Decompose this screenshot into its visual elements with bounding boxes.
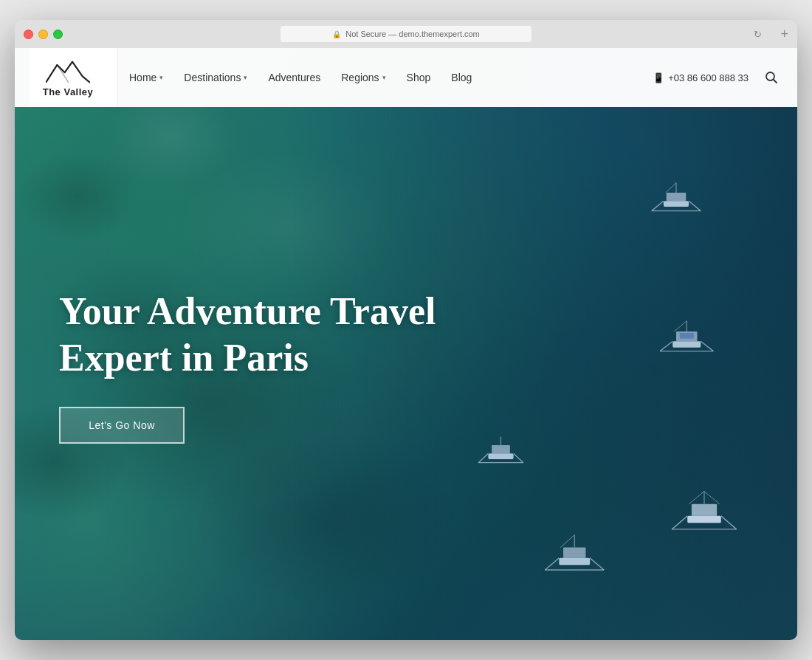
home-chevron-icon: ▾ bbox=[159, 74, 163, 81]
navbar: The Valley Home ▾ Destinations ▾ Adventu… bbox=[15, 48, 797, 107]
url-text: Not Secure — demo.themexpert.com bbox=[345, 30, 480, 38]
new-tab-button[interactable]: + bbox=[780, 27, 788, 41]
search-button[interactable] bbox=[760, 66, 782, 89]
nav-regions-label: Regions bbox=[341, 72, 379, 83]
nav-destinations-label: Destinations bbox=[184, 72, 241, 83]
nav-adventures[interactable]: Adventures bbox=[268, 72, 320, 83]
regions-chevron-icon: ▾ bbox=[382, 74, 386, 81]
phone-icon: 📱 bbox=[653, 72, 664, 83]
close-window-button[interactable] bbox=[24, 30, 33, 39]
nav-shop-label: Shop bbox=[407, 72, 431, 83]
maximize-window-button[interactable] bbox=[53, 30, 63, 39]
nav-adventures-label: Adventures bbox=[268, 72, 320, 83]
hero-title-line1: Your Adventure Travel bbox=[59, 290, 436, 332]
phone-text: +03 86 600 888 33 bbox=[668, 72, 749, 83]
hero-title-line2: Expert in Paris bbox=[59, 337, 309, 379]
hero-section: Your Adventure Travel Expert in Paris Le… bbox=[15, 107, 797, 640]
logo-text: The Valley bbox=[43, 86, 94, 97]
nav-shop[interactable]: Shop bbox=[407, 72, 431, 83]
nav-home[interactable]: Home ▾ bbox=[129, 72, 163, 83]
nav-home-label: Home bbox=[129, 72, 156, 83]
hero-title: Your Adventure Travel Expert in Paris bbox=[59, 289, 443, 381]
nav-blog-label: Blog bbox=[451, 72, 472, 83]
nav-right: 📱 +03 86 600 888 33 bbox=[653, 66, 782, 89]
nav-links: Home ▾ Destinations ▾ Adventures Regions… bbox=[129, 72, 653, 83]
mac-window: 🔒 Not Secure — demo.themexpert.com ↻ + T… bbox=[15, 20, 797, 640]
logo-name: The Valley bbox=[43, 86, 94, 97]
nav-destinations[interactable]: Destinations ▾ bbox=[184, 72, 247, 83]
refresh-button[interactable]: ↻ bbox=[754, 29, 762, 40]
security-icon: 🔒 bbox=[332, 30, 341, 38]
mac-window-controls bbox=[24, 30, 63, 39]
search-icon bbox=[765, 71, 778, 84]
nav-blog[interactable]: Blog bbox=[451, 72, 472, 83]
phone-number: 📱 +03 86 600 888 33 bbox=[653, 72, 749, 83]
nav-regions[interactable]: Regions ▾ bbox=[341, 72, 385, 83]
url-bar[interactable]: 🔒 Not Secure — demo.themexpert.com bbox=[281, 26, 531, 42]
logo-icon bbox=[46, 58, 90, 84]
cta-button[interactable]: Let's Go Now bbox=[59, 407, 185, 444]
svg-line-1 bbox=[774, 80, 777, 83]
destinations-chevron-icon: ▾ bbox=[244, 74, 247, 81]
minimize-window-button[interactable] bbox=[38, 30, 48, 39]
logo[interactable]: The Valley bbox=[30, 48, 118, 107]
mac-titlebar: 🔒 Not Secure — demo.themexpert.com ↻ + bbox=[15, 20, 797, 48]
website-content: The Valley Home ▾ Destinations ▾ Adventu… bbox=[15, 48, 797, 640]
